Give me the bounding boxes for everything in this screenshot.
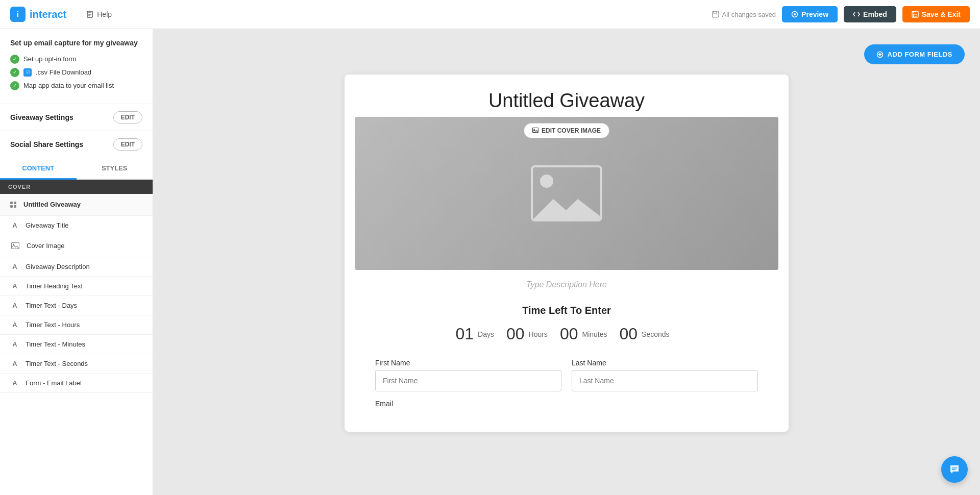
description-placeholder[interactable]: Type Description Here <box>345 270 789 300</box>
checklist-label-csv: .csv File Download <box>36 68 91 76</box>
embed-icon <box>853 11 860 18</box>
sidebar-item-timer-hours[interactable]: A Timer Text - Hours <box>0 315 153 335</box>
first-name-label: First Name <box>375 359 561 367</box>
save-exit-icon <box>912 11 919 18</box>
content-tabs: CONTENT STYLES <box>0 158 153 180</box>
sidebar-item-form-email[interactable]: A Form - Email Label <box>0 374 153 393</box>
first-name-input[interactable] <box>375 370 561 391</box>
checklist-item-opt-in: ✓ Set up opt-in form <box>10 55 142 64</box>
logo-icon: i <box>10 7 26 22</box>
text-icon-timer-hours: A <box>10 321 19 329</box>
sidebar-item-giveaway-description[interactable]: A Giveaway Description <box>0 257 153 277</box>
timer-seconds-label: Seconds <box>642 330 669 338</box>
last-name-input[interactable] <box>572 370 758 391</box>
timer-heading-label: Timer Heading Text <box>26 282 83 290</box>
svg-point-16 <box>13 244 14 245</box>
book-icon <box>87 11 94 18</box>
checklist-item-map: ✓ Map app data to your email list <box>10 81 142 90</box>
timer-seconds-value: 00 <box>620 325 638 343</box>
sidebar-item-timer-seconds[interactable]: A Timer Text - Seconds <box>0 354 153 374</box>
edit-cover-icon <box>532 128 538 134</box>
name-form-row: First Name Last Name <box>375 359 758 391</box>
giveaway-settings-label: Giveaway Settings <box>10 113 74 121</box>
logo[interactable]: i interact <box>10 7 66 22</box>
last-name-group: Last Name <box>572 359 758 391</box>
saved-status: All changes saved <box>712 11 776 18</box>
social-share-edit-button[interactable]: EDIT <box>113 138 142 151</box>
untitled-giveaway-label: Untitled Giveaway <box>23 201 81 208</box>
check-icon-map: ✓ <box>10 81 19 90</box>
cover-section-label: COVER <box>0 180 153 194</box>
edit-cover-button[interactable]: EDIT COVER IMAGE <box>524 123 609 138</box>
sidebar-item-untitled-giveaway[interactable]: Untitled Giveaway <box>0 194 153 216</box>
image-placeholder-icon <box>531 165 602 221</box>
sidebar-item-cover-image[interactable]: Cover Image <box>0 235 153 257</box>
card-title: Untitled Giveaway <box>345 75 789 117</box>
preview-button[interactable]: Preview <box>782 6 838 22</box>
giveaway-settings-row: Giveaway Settings EDIT <box>0 104 153 131</box>
sidebar-item-timer-heading[interactable]: A Timer Heading Text <box>0 277 153 296</box>
chat-icon <box>948 463 961 476</box>
main-layout: Set up email capture for my giveaway ✓ S… <box>0 29 980 495</box>
chat-bubble[interactable] <box>941 456 968 483</box>
text-icon-giveaway-title: A <box>10 221 19 229</box>
svg-rect-12 <box>14 202 16 204</box>
sidebar: Set up email capture for my giveaway ✓ S… <box>0 29 153 495</box>
preview-card: Untitled Giveaway EDIT COVER IMAGE Type … <box>345 75 789 432</box>
text-icon-timer-heading: A <box>10 282 19 290</box>
last-name-label: Last Name <box>572 359 758 367</box>
checklist-label-map: Map app data to your email list <box>23 82 114 89</box>
tab-styles[interactable]: STYLES <box>77 158 153 180</box>
svg-rect-9 <box>913 11 916 13</box>
timer-hours-label: Hours <box>529 330 548 338</box>
social-share-row: Social Share Settings EDIT <box>0 131 153 158</box>
image-icon-cover <box>10 241 20 251</box>
text-icon-timer-days: A <box>10 302 19 309</box>
topnav-right: All changes saved Preview Embed Save & E… <box>712 6 970 22</box>
save-icon <box>712 11 719 18</box>
social-share-label: Social Share Settings <box>10 140 83 148</box>
timer-minutes-label: Minutes <box>582 330 607 338</box>
form-section: First Name Last Name Email <box>345 354 789 426</box>
timer-days-value: 01 <box>455 325 474 343</box>
timer-seconds-label: Timer Text - Seconds <box>26 360 88 367</box>
tab-content[interactable]: CONTENT <box>0 158 77 180</box>
text-icon-timer-minutes: A <box>10 340 19 348</box>
save-exit-button[interactable]: Save & Exit <box>902 6 970 22</box>
logo-text: interact <box>30 9 66 20</box>
text-icon-form-email: A <box>10 379 19 387</box>
giveaway-settings-edit-button[interactable]: EDIT <box>113 111 142 123</box>
svg-rect-5 <box>714 11 717 13</box>
svg-rect-14 <box>14 205 16 208</box>
text-icon-timer-seconds: A <box>10 360 19 367</box>
checklist-item-csv: ✓ ☑ .csv File Download <box>10 68 142 77</box>
cover-image-area[interactable]: EDIT COVER IMAGE <box>355 117 778 270</box>
csv-icon: ☑ <box>23 68 32 77</box>
timer-section: Time Left To Enter 01 Days 00 Hours 00 M… <box>345 300 789 354</box>
timer-days-label: Timer Text - Days <box>26 302 77 309</box>
timer-display: 01 Days 00 Hours 00 Minutes 00 Seconds <box>365 325 768 343</box>
check-icon-csv: ✓ <box>10 68 19 77</box>
timer-hours-value: 00 <box>506 325 525 343</box>
preview-icon <box>791 11 798 18</box>
timer-minutes-value: 00 <box>560 325 578 343</box>
sidebar-item-giveaway-title[interactable]: A Giveaway Title <box>0 216 153 235</box>
setup-title: Set up email capture for my giveaway <box>10 38 142 48</box>
giveaway-title-label: Giveaway Title <box>26 221 69 229</box>
help-link[interactable]: Help <box>87 10 112 18</box>
timer-heading: Time Left To Enter <box>365 305 768 316</box>
help-label: Help <box>97 10 112 18</box>
grid-icon <box>8 200 18 210</box>
add-form-icon <box>876 51 884 58</box>
checklist-label-opt-in: Set up opt-in form <box>23 55 76 63</box>
sidebar-item-timer-minutes[interactable]: A Timer Text - Minutes <box>0 335 153 354</box>
setup-section: Set up email capture for my giveaway ✓ S… <box>0 29 153 104</box>
main-content: ADD FORM FIELDS Untitled Giveaway EDIT C… <box>153 29 980 495</box>
add-form-fields-button[interactable]: ADD FORM FIELDS <box>864 44 965 64</box>
svg-point-21 <box>533 129 534 130</box>
text-icon-description: A <box>10 263 19 270</box>
embed-button[interactable]: Embed <box>844 6 896 22</box>
cover-image-label: Cover Image <box>27 242 64 250</box>
timer-hours-label: Timer Text - Hours <box>26 321 80 329</box>
sidebar-item-timer-days[interactable]: A Timer Text - Days <box>0 296 153 315</box>
